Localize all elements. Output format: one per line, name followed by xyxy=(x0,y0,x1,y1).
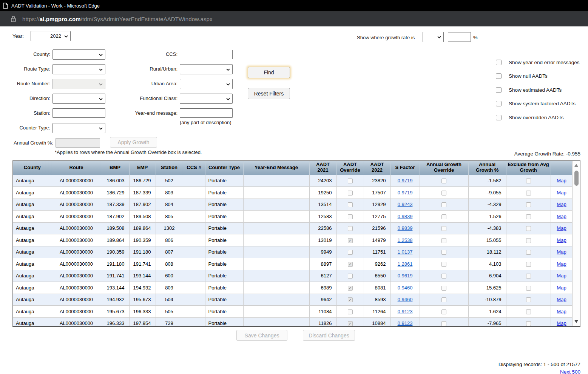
year-end-message-input[interactable] xyxy=(180,108,233,118)
s-factor-link[interactable]: 0.9460 xyxy=(398,297,413,302)
s-factor-link[interactable]: 0.9619 xyxy=(398,273,413,279)
map-link[interactable]: Map xyxy=(557,309,566,314)
map-link[interactable]: Map xyxy=(557,249,566,255)
exclude-avg-growth-checkbox[interactable] xyxy=(526,274,531,279)
aadt-override-checkbox[interactable] xyxy=(348,309,353,314)
exclude-avg-growth-checkbox[interactable] xyxy=(526,286,531,291)
map-link[interactable]: Map xyxy=(557,178,566,183)
column-header[interactable]: AADT 2021 xyxy=(309,161,336,175)
map-link[interactable]: Map xyxy=(557,285,566,291)
growth-rate-value-input[interactable] xyxy=(448,32,471,42)
show-overridden-aadts-checkbox[interactable] xyxy=(496,115,502,120)
show-estimated-aadts-checkbox[interactable] xyxy=(496,87,502,93)
counter-type-select[interactable] xyxy=(52,123,105,133)
aadt-override-checkbox[interactable]: ✔ xyxy=(348,321,353,326)
growth-rate-operator-select[interactable] xyxy=(423,32,444,42)
address-bar[interactable]: https://al.pmgpro.com/tdm/SysAdminYearEn… xyxy=(0,11,588,26)
annual-growth-override-checkbox[interactable] xyxy=(441,250,446,255)
route-type-select[interactable] xyxy=(52,64,105,74)
s-factor-link[interactable]: 0.9719 xyxy=(398,190,413,195)
exclude-avg-growth-checkbox[interactable] xyxy=(526,179,531,183)
map-link[interactable]: Map xyxy=(557,190,566,195)
column-header[interactable]: AADT 2022 xyxy=(364,161,390,175)
s-factor-link[interactable]: 0.9719 xyxy=(398,178,413,183)
column-header[interactable]: Route xyxy=(52,161,101,175)
map-link[interactable]: Map xyxy=(557,297,566,302)
map-link[interactable]: Map xyxy=(557,202,566,207)
aadt-override-checkbox[interactable] xyxy=(348,191,353,195)
aadt-override-checkbox[interactable] xyxy=(348,179,353,183)
s-factor-link[interactable]: 1.2538 xyxy=(398,237,413,243)
aadt-override-checkbox[interactable]: ✔ xyxy=(348,262,353,267)
exclude-avg-growth-checkbox[interactable] xyxy=(526,202,531,207)
annual-growth-override-checkbox[interactable] xyxy=(441,274,446,279)
show-null-aadts-checkbox[interactable] xyxy=(496,73,502,79)
exclude-avg-growth-checkbox[interactable] xyxy=(526,297,531,302)
ccs-input[interactable] xyxy=(180,50,233,59)
urban-area-select[interactable] xyxy=(180,79,233,89)
s-factor-link[interactable]: 1.0137 xyxy=(398,249,413,255)
annual-growth-override-checkbox[interactable] xyxy=(441,309,446,314)
exclude-avg-growth-checkbox[interactable] xyxy=(526,321,531,326)
county-select[interactable] xyxy=(52,49,105,60)
exclude-avg-growth-checkbox[interactable] xyxy=(526,309,531,314)
column-header[interactable]: CCS # xyxy=(183,161,205,175)
exclude-avg-growth-checkbox[interactable] xyxy=(526,191,531,195)
annual-growth-override-checkbox[interactable] xyxy=(441,179,446,183)
map-link[interactable]: Map xyxy=(557,273,566,279)
reset-filters-button[interactable]: Reset Filters xyxy=(248,88,290,99)
next-page-link[interactable]: Next 500 xyxy=(560,369,580,374)
column-header[interactable]: AADT Override xyxy=(336,161,364,175)
exclude-avg-growth-checkbox[interactable] xyxy=(526,250,531,255)
aadt-override-checkbox[interactable] xyxy=(348,274,353,279)
column-header[interactable] xyxy=(551,161,573,175)
option-show-system-factored-aadts[interactable]: Show system factored AADTs xyxy=(496,100,580,108)
map-link[interactable]: Map xyxy=(557,214,566,219)
find-button[interactable]: Find xyxy=(248,67,290,78)
aadt-override-checkbox[interactable]: ✔ xyxy=(348,297,353,302)
exclude-avg-growth-checkbox[interactable] xyxy=(526,226,531,231)
map-link[interactable]: Map xyxy=(557,261,566,267)
aadt-override-checkbox[interactable] xyxy=(348,250,353,255)
s-factor-link[interactable]: 0.9460 xyxy=(398,285,413,291)
show-system-factored-aadts-checkbox[interactable] xyxy=(496,101,502,106)
annual-growth-override-checkbox[interactable] xyxy=(441,202,446,207)
aadt-override-checkbox[interactable]: ✔ xyxy=(348,238,353,243)
s-factor-link[interactable]: 0.9839 xyxy=(398,225,413,231)
scroll-up-icon[interactable] xyxy=(574,164,578,167)
aadt-override-checkbox[interactable]: ✔ xyxy=(348,286,353,291)
column-header[interactable]: Annual Growth Override xyxy=(420,161,468,175)
column-header[interactable]: Year-End Message xyxy=(243,161,309,175)
annual-growth-override-checkbox[interactable] xyxy=(441,226,446,231)
option-show-null-aadts[interactable]: Show null AADTs xyxy=(496,72,580,80)
column-header[interactable]: Counter Type xyxy=(205,161,243,175)
table-scrollbar[interactable] xyxy=(572,161,580,326)
option-show-overridden-aadts[interactable]: Show overridden AADTs xyxy=(496,113,580,122)
option-show-year-end-error-messages[interactable]: Show year end error messages xyxy=(496,58,580,66)
s-factor-link[interactable]: 1.2861 xyxy=(398,261,413,267)
scroll-down-icon[interactable] xyxy=(574,320,578,323)
s-factor-link[interactable]: 0.9243 xyxy=(398,202,413,207)
rural-urban-select[interactable] xyxy=(180,64,233,74)
annual-growth-override-checkbox[interactable] xyxy=(441,191,446,195)
exclude-avg-growth-checkbox[interactable] xyxy=(526,238,531,243)
column-header[interactable]: Annual Growth % xyxy=(468,161,506,175)
station-input[interactable] xyxy=(52,108,105,118)
annual-growth-override-checkbox[interactable] xyxy=(441,238,446,243)
option-show-estimated-aadts[interactable]: Show estimated AADTs xyxy=(496,86,580,94)
exclude-avg-growth-checkbox[interactable] xyxy=(526,214,531,219)
show-year-end-error-messages-checkbox[interactable] xyxy=(496,60,502,65)
column-header[interactable]: Station xyxy=(156,161,183,175)
aadt-override-checkbox[interactable] xyxy=(348,214,353,219)
aadt-override-checkbox[interactable] xyxy=(348,202,353,207)
s-factor-link[interactable]: 0.9123 xyxy=(398,320,413,326)
direction-select[interactable] xyxy=(52,94,105,104)
map-link[interactable]: Map xyxy=(557,320,566,326)
column-header[interactable]: S Factor xyxy=(390,161,420,175)
annual-growth-override-checkbox[interactable] xyxy=(441,321,446,326)
column-header[interactable]: BMP xyxy=(101,161,129,175)
exclude-avg-growth-checkbox[interactable] xyxy=(526,262,531,267)
annual-growth-override-checkbox[interactable] xyxy=(441,262,446,267)
annual-growth-override-checkbox[interactable] xyxy=(441,286,446,291)
year-select[interactable]: 2022 xyxy=(31,31,71,41)
